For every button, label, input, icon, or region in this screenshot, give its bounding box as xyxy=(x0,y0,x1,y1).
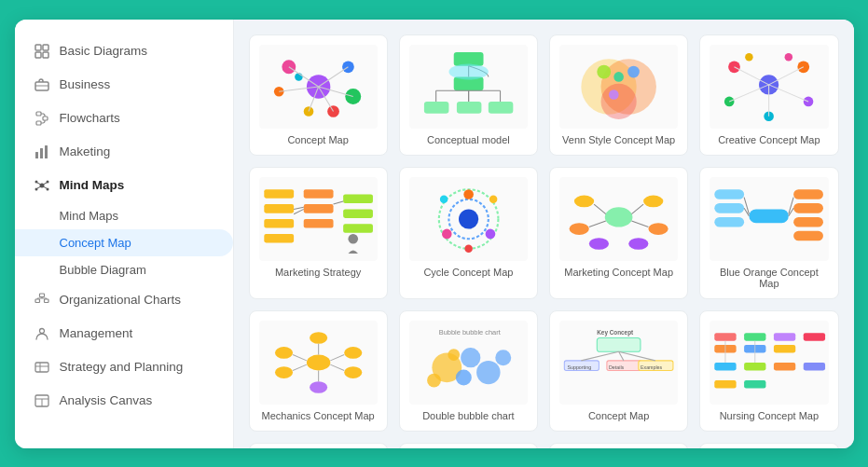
svg-line-137 xyxy=(330,364,344,370)
template-card-9[interactable]: Mechanics Concept Map xyxy=(249,310,388,432)
template-name-3: Venn Style Concept Map xyxy=(559,134,678,145)
svg-point-132 xyxy=(310,332,327,344)
svg-rect-82 xyxy=(264,204,294,213)
template-name-10: Double bubble chart xyxy=(409,410,528,421)
svg-rect-3 xyxy=(43,52,48,58)
sidebar-item-mind-maps[interactable]: Mind Maps xyxy=(15,169,233,202)
template-card-8[interactable]: Blue Orange Concept Map xyxy=(699,167,838,299)
template-name-6: Cycle Concept Map xyxy=(409,267,528,278)
svg-text:Bubble bubble chart: Bubble bubble chart xyxy=(439,328,501,337)
sidebar-sub-item-concept-map[interactable]: Concept Map xyxy=(15,229,233,256)
svg-rect-87 xyxy=(303,219,333,228)
template-card-10[interactable]: Bubble bubble chart Double bubble chart xyxy=(399,310,538,432)
svg-point-103 xyxy=(464,244,472,252)
svg-rect-115 xyxy=(750,209,789,223)
sidebar-item-basic-diagrams[interactable]: Basic Diagrams xyxy=(15,34,233,68)
svg-point-40 xyxy=(303,106,313,117)
svg-line-76 xyxy=(735,66,769,84)
svg-rect-169 xyxy=(804,363,825,370)
svg-point-99 xyxy=(485,228,495,239)
svg-point-102 xyxy=(489,195,497,202)
sidebar-sub-item-mind-maps[interactable]: Mind Maps xyxy=(15,202,233,229)
template-card-4[interactable]: Creative Concept Map xyxy=(699,34,838,156)
svg-point-75 xyxy=(785,52,792,60)
template-card-15[interactable]: Main Idea xyxy=(549,443,688,448)
template-thumbnail-6 xyxy=(409,177,528,261)
svg-rect-117 xyxy=(715,203,745,213)
sidebar-item-label: Organizational Charts xyxy=(60,293,182,307)
template-name-11: Concept Map xyxy=(559,410,678,421)
org-chart-icon xyxy=(34,292,50,309)
svg-rect-1 xyxy=(43,45,48,50)
sidebar-item-management[interactable]: Management xyxy=(15,317,233,350)
sidebar-item-label: Business xyxy=(60,77,111,91)
svg-rect-120 xyxy=(793,203,823,213)
template-thumbnail-7 xyxy=(559,177,678,261)
sidebar-item-business[interactable]: Business xyxy=(15,68,233,102)
sidebar-item-strategy[interactable]: Strategy and Planning xyxy=(15,350,233,384)
svg-line-18 xyxy=(44,183,47,185)
svg-rect-83 xyxy=(264,219,294,228)
svg-line-93 xyxy=(333,200,343,203)
template-name-5: Marketing Strategy xyxy=(259,267,378,278)
svg-rect-10 xyxy=(40,148,43,158)
sub-item-label: Bubble Diagram xyxy=(60,263,146,277)
template-thumbnail-10: Bubble bubble chart xyxy=(409,321,528,405)
svg-rect-119 xyxy=(793,189,823,199)
sidebar-item-flowcharts[interactable]: Flowcharts xyxy=(15,102,233,135)
svg-rect-170 xyxy=(715,380,737,388)
sidebar-item-org-charts[interactable]: Organizational Charts xyxy=(15,283,233,317)
grid-icon xyxy=(34,43,50,60)
svg-rect-121 xyxy=(793,216,823,227)
svg-rect-90 xyxy=(343,224,373,233)
template-card-1[interactable]: Concept Map xyxy=(249,34,388,156)
svg-rect-9 xyxy=(35,152,38,158)
bar-chart-icon xyxy=(34,144,50,160)
template-card-12[interactable]: Nursing Concept Map xyxy=(699,310,838,432)
svg-rect-81 xyxy=(264,189,294,199)
template-card-13[interactable] xyxy=(249,443,388,448)
briefcase-icon xyxy=(34,76,50,93)
svg-line-135 xyxy=(293,364,307,370)
svg-rect-84 xyxy=(264,233,294,242)
svg-rect-49 xyxy=(453,51,483,65)
svg-point-128 xyxy=(274,347,292,359)
template-card-7[interactable]: Marketing Concept Map xyxy=(549,167,688,299)
template-thumbnail-3 xyxy=(559,45,678,129)
template-card-5[interactable]: Marketing Strategy xyxy=(249,167,388,299)
svg-line-136 xyxy=(330,354,344,360)
template-card-3[interactable]: Venn Style Concept Map xyxy=(549,34,688,156)
sidebar-item-analysis[interactable]: Analysis Canvas xyxy=(15,384,233,418)
svg-rect-168 xyxy=(774,363,795,370)
svg-rect-53 xyxy=(489,101,514,113)
svg-rect-166 xyxy=(715,363,737,370)
template-name-12: Nursing Concept Map xyxy=(710,410,828,421)
svg-rect-23 xyxy=(44,299,48,303)
svg-rect-161 xyxy=(744,333,765,340)
template-name-8: Blue Orange Concept Map xyxy=(710,267,828,289)
svg-rect-165 xyxy=(804,333,825,340)
svg-point-98 xyxy=(463,189,474,199)
sidebar-item-maketing[interactable]: Maketing xyxy=(15,135,233,169)
svg-rect-88 xyxy=(343,194,373,203)
template-card-16[interactable]: THE GREENHOUSE MIND MAP xyxy=(699,443,838,448)
sidebar-item-label: Flowcharts xyxy=(60,111,120,125)
template-card-2[interactable]: Conceptual model xyxy=(399,34,538,156)
svg-rect-149 xyxy=(597,337,641,351)
svg-line-19 xyxy=(37,186,40,188)
svg-rect-116 xyxy=(715,189,745,199)
svg-point-147 xyxy=(495,350,511,365)
template-card-6[interactable]: Cycle Concept Map xyxy=(399,167,538,299)
svg-rect-167 xyxy=(744,363,765,370)
sidebar-item-label: Analysis Canvas xyxy=(60,393,153,407)
template-thumbnail-11: Key Concept Supporting Details Examples xyxy=(559,321,678,405)
template-thumbnail-8 xyxy=(710,177,828,261)
sub-item-label: Mind Maps xyxy=(60,209,119,223)
template-card-14[interactable] xyxy=(399,443,538,448)
svg-point-109 xyxy=(589,238,609,250)
sidebar-sub-item-bubble-diagram[interactable]: Bubble Diagram xyxy=(15,256,233,283)
svg-point-145 xyxy=(448,349,460,361)
svg-point-101 xyxy=(440,195,448,202)
svg-point-107 xyxy=(570,223,589,235)
template-card-11[interactable]: Key Concept Supporting Details Examples … xyxy=(549,310,688,432)
